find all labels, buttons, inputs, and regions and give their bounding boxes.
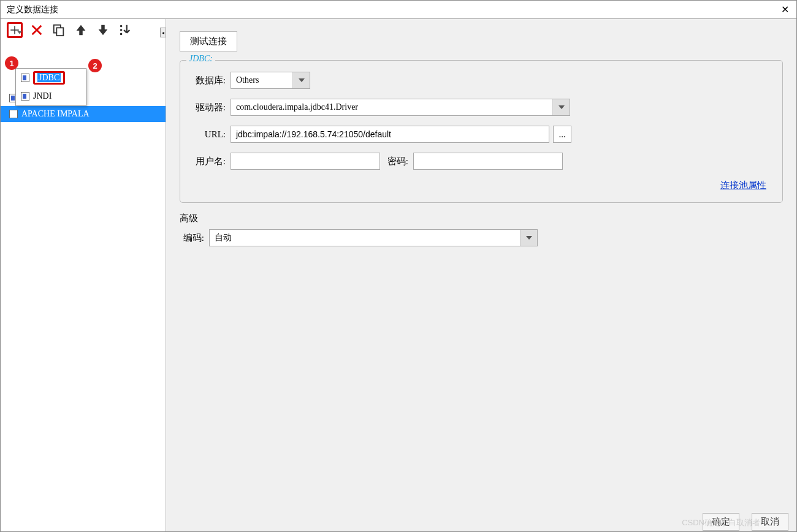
- connection-tree: JDBC5 APACHE IMPALA: [1, 41, 166, 531]
- svg-point-4: [120, 33, 123, 36]
- svg-point-2: [120, 25, 123, 28]
- row-database: 数据库: Others: [190, 72, 772, 89]
- right-panel: 测试连接 JDBC: 数据库: Others 驱动器: com.cloudera…: [166, 19, 796, 531]
- cancel-button[interactable]: 取消: [752, 513, 788, 531]
- popup-item-label: JDBC: [37, 73, 61, 82]
- chevron-down-icon[interactable]: [292, 72, 310, 88]
- tree-item-apache-impala[interactable]: APACHE IMPALA: [1, 106, 166, 122]
- popup-label-highlight: JDBC: [33, 71, 65, 85]
- collapse-handle-icon[interactable]: ◂: [160, 28, 166, 37]
- chevron-down-icon[interactable]: [552, 99, 570, 115]
- test-connection-button[interactable]: 测试连接: [180, 31, 237, 51]
- dialog-body: ◂ JDBC JNDI JDBC5 APACHE IMPAL: [1, 19, 796, 531]
- annotation-badge-2: 2: [88, 59, 102, 72]
- popup-item-jdbc[interactable]: JDBC: [16, 69, 86, 87]
- driver-value: com.cloudera.impala.jdbc41.Driver: [231, 102, 552, 112]
- sort-button[interactable]: [117, 22, 133, 38]
- copy-button[interactable]: [51, 22, 67, 38]
- label-password: 密码:: [380, 156, 413, 167]
- titlebar: 定义数据连接 ✕: [1, 1, 796, 19]
- database-combo[interactable]: Others: [231, 72, 310, 89]
- encoding-value: 自动: [210, 232, 520, 243]
- add-button[interactable]: [7, 22, 23, 38]
- database-icon: [9, 110, 18, 118]
- connection-pool-link[interactable]: 连接池属性: [720, 180, 766, 190]
- row-encoding: 编码: 自动: [180, 229, 783, 246]
- database-value: Others: [231, 75, 292, 85]
- row-driver: 驱动器: com.cloudera.impala.jdbc41.Driver: [190, 99, 772, 116]
- add-menu-popup: JDBC JNDI: [15, 68, 86, 106]
- url-input[interactable]: jdbc:impala://192.168.5.74:21050/default: [231, 126, 549, 143]
- url-browse-button[interactable]: ...: [553, 126, 571, 143]
- svg-point-3: [120, 29, 123, 31]
- advanced-label: 高级: [180, 213, 783, 224]
- label-url: URL:: [190, 129, 231, 140]
- annotation-badge-1: 1: [5, 56, 18, 70]
- delete-button[interactable]: [29, 22, 45, 38]
- label-encoding: 编码:: [180, 232, 209, 244]
- ok-button[interactable]: 确定: [703, 513, 739, 531]
- left-toolbar: [1, 19, 166, 41]
- svg-rect-1: [56, 28, 63, 36]
- chevron-down-icon[interactable]: [520, 230, 537, 246]
- left-panel: ◂ JDBC JNDI JDBC5 APACHE IMPAL: [1, 19, 166, 531]
- bottom-bar: 确定 取消: [703, 513, 788, 531]
- database-icon: [21, 92, 29, 101]
- close-icon[interactable]: ✕: [777, 4, 793, 15]
- label-username: 用户名:: [190, 156, 231, 167]
- tree-item-label: APACHE IMPALA: [21, 109, 90, 119]
- password-input[interactable]: [413, 153, 563, 170]
- move-down-button[interactable]: [95, 22, 111, 38]
- username-input[interactable]: [231, 153, 380, 170]
- encoding-combo[interactable]: 自动: [209, 229, 538, 246]
- jdbc-group-title: JDBC:: [186, 54, 215, 64]
- popup-item-label: JNDI: [33, 91, 51, 101]
- pool-link-row: 连接池属性: [190, 180, 772, 191]
- jdbc-group: JDBC: 数据库: Others 驱动器: com.cloudera.impa…: [180, 60, 783, 203]
- move-up-button[interactable]: [73, 22, 89, 38]
- database-icon: [21, 74, 29, 82]
- label-database: 数据库:: [190, 75, 231, 86]
- label-driver: 驱动器:: [190, 102, 231, 113]
- row-url: URL: jdbc:impala://192.168.5.74:21050/de…: [190, 126, 772, 143]
- dialog-window: 定义数据连接 ✕: [0, 0, 797, 532]
- driver-combo[interactable]: com.cloudera.impala.jdbc41.Driver: [231, 99, 570, 116]
- window-title: 定义数据连接: [4, 4, 58, 15]
- popup-item-jndi[interactable]: JNDI: [16, 87, 86, 105]
- row-credentials: 用户名: 密码:: [190, 153, 772, 170]
